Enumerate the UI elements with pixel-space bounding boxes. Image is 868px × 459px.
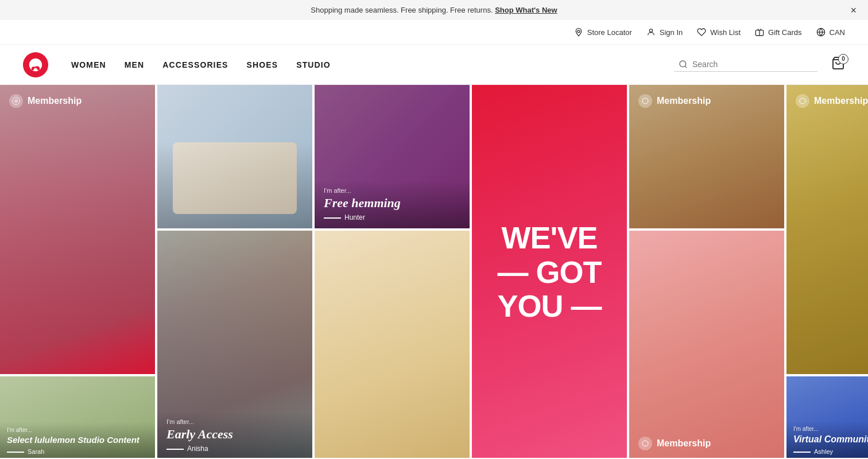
store-locator-link[interactable]: Store Locator <box>574 27 632 37</box>
wish-list-label: Wish List <box>710 28 741 37</box>
membership-badge-friends: Membership <box>638 437 711 450</box>
top-nav: Store Locator Sign In Wish List Gift Car… <box>0 20 868 45</box>
sign-in-label: Sign In <box>660 28 683 37</box>
user-icon <box>646 27 656 37</box>
svg-text:◎: ◎ <box>14 99 18 103</box>
tile-membership-man[interactable]: Membership <box>786 85 868 374</box>
tile-tag-virtual: I'm after... <box>793 426 868 432</box>
tile-title-virtual: Virtual Community Events <box>793 434 868 445</box>
tile-membership-friends[interactable]: Membership <box>629 231 784 458</box>
got-you-line1: WE'VE <box>497 221 601 255</box>
got-you-line2: — GOT <box>497 255 601 289</box>
tile-early-access[interactable]: I'm after... Early Access Anisha <box>157 231 312 458</box>
store-locator-label: Store Locator <box>587 28 632 37</box>
cart-button[interactable]: 0 <box>831 56 845 73</box>
nav-men[interactable]: MEN <box>125 60 144 69</box>
nav-links: WOMEN MEN ACCESSORIES SHOES STUDIO <box>71 60 674 69</box>
svg-point-12 <box>642 441 648 446</box>
wish-list-link[interactable]: Wish List <box>696 27 741 37</box>
location-icon <box>574 27 584 37</box>
main-nav: WOMEN MEN ACCESSORIES SHOES STUDIO 0 <box>0 45 868 85</box>
tile-name-studio: Sarah <box>7 448 148 455</box>
tile-title-studio: Select lululemon Studio Content <box>7 435 148 445</box>
heart-icon <box>696 27 707 37</box>
tile-name-early-access: Anisha <box>166 445 303 453</box>
announcement-text: Shopping made seamless. Free shipping. F… <box>311 6 493 14</box>
logo[interactable] <box>23 52 48 77</box>
tile-title-early-access: Early Access <box>166 427 303 441</box>
region-selector[interactable]: CAN <box>816 27 845 37</box>
nav-studio[interactable]: STUDIO <box>296 60 331 69</box>
tile-shoes-photo <box>157 85 312 228</box>
search-input[interactable] <box>692 60 807 69</box>
nav-accessories[interactable]: ACCESSORIES <box>162 60 228 69</box>
tile-studio-content[interactable]: I'm after... Select lululemon Studio Con… <box>0 376 155 458</box>
svg-point-1 <box>649 29 652 32</box>
tile-photo-bottom-col3 <box>315 231 470 458</box>
nav-women[interactable]: WOMEN <box>71 60 106 69</box>
got-you-line3: YOU — <box>497 289 601 323</box>
gift-cards-label: Gift Cards <box>768 28 802 37</box>
globe-icon <box>816 27 826 37</box>
svg-line-7 <box>685 66 687 68</box>
gift-cards-link[interactable]: Gift Cards <box>754 27 802 37</box>
hero-collage: ◎ Membership I'm after... Early Access A… <box>0 85 868 458</box>
tile-membership-2[interactable]: Membership <box>629 85 784 228</box>
nav-shoes[interactable]: SHOES <box>247 60 278 69</box>
close-announcement-button[interactable]: × <box>850 4 857 16</box>
search-area[interactable] <box>674 57 817 72</box>
membership-badge-2: Membership <box>638 94 711 108</box>
announcement-bar: Shopping made seamless. Free shipping. F… <box>0 0 868 20</box>
tile-tag-hemming: I'm after... <box>324 187 460 194</box>
announcement-link[interactable]: Shop What's New <box>495 6 557 14</box>
svg-point-6 <box>680 61 686 67</box>
tile-membership-1[interactable]: ◎ Membership <box>0 85 155 374</box>
tile-name-hemming: Hunter <box>324 213 460 221</box>
cart-count: 0 <box>838 54 848 64</box>
svg-point-13 <box>800 98 805 104</box>
tile-tag-studio: I'm after... <box>7 427 148 433</box>
tile-virtual-events[interactable]: I'm after... Virtual Community Events As… <box>786 376 868 458</box>
tile-we-got-you: WE'VE — GOT YOU — <box>472 85 627 458</box>
tile-name-virtual: Ashley <box>793 448 868 455</box>
tile-free-hemming[interactable]: I'm after... Free hemming Hunter <box>315 85 470 228</box>
membership-badge-1: ◎ Membership <box>9 94 82 108</box>
tile-tag-early-access: I'm after... <box>166 418 303 425</box>
region-label: CAN <box>830 28 845 37</box>
membership-badge-man: Membership <box>796 94 868 108</box>
gift-card-icon <box>754 27 765 37</box>
svg-point-11 <box>642 98 648 104</box>
sign-in-link[interactable]: Sign In <box>646 27 683 37</box>
tile-title-hemming: Free hemming <box>324 196 460 210</box>
search-icon <box>679 60 688 69</box>
svg-point-0 <box>578 30 580 33</box>
